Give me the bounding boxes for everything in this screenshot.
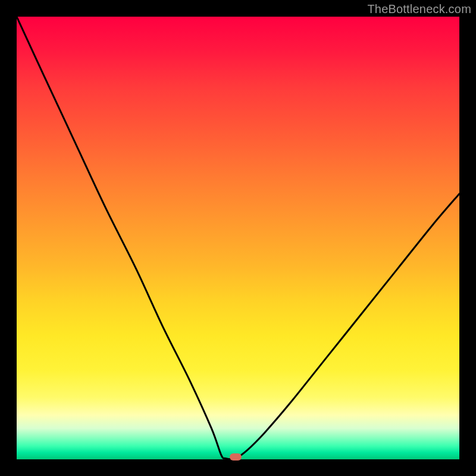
plot-area	[17, 17, 459, 459]
optimum-marker	[230, 453, 242, 461]
bottleneck-curve	[17, 17, 459, 459]
curve-layer	[17, 17, 459, 459]
watermark-text: TheBottleneck.com	[367, 2, 471, 16]
chart-frame: TheBottleneck.com	[0, 0, 476, 476]
